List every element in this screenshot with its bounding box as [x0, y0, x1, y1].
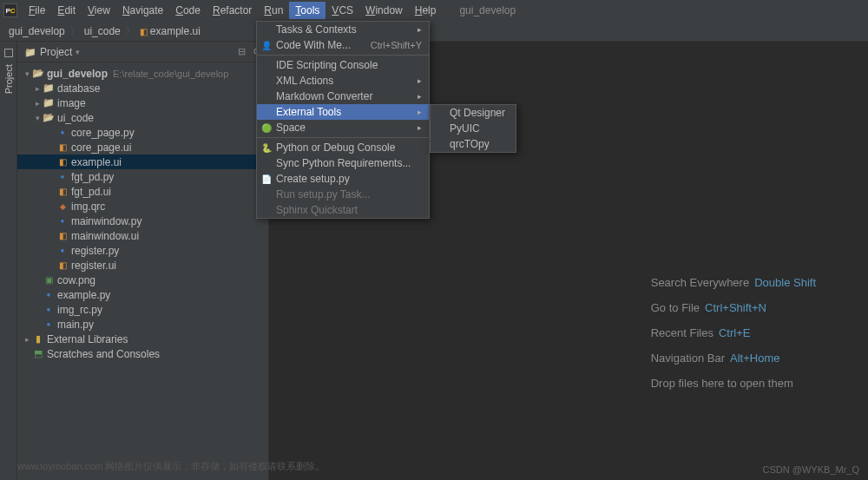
tree-item[interactable]: core_page.ui: [17, 140, 268, 155]
welcome-hint: Go to FileCtrl+Shift+N: [651, 301, 816, 314]
menu-item[interactable]: Tasks & Contexts▸: [257, 22, 429, 37]
chevron-down-icon[interactable]: ▾: [76, 48, 80, 56]
tree-item[interactable]: Scratches and Consoles: [17, 346, 268, 361]
menu-item: Sphinx Quickstart: [257, 202, 429, 218]
menubar: FileEditViewNavigateCodeRefactorRunTools…: [23, 2, 442, 19]
menu-item[interactable]: Markdown Converter▸: [257, 89, 429, 104]
tree-item[interactable]: mainwindow.ui: [17, 228, 268, 243]
breadcrumb-item[interactable]: example.ui: [138, 25, 202, 37]
menu-file[interactable]: File: [23, 2, 51, 19]
tree-item[interactable]: register.py: [17, 243, 268, 258]
watermark: CSDN @WYKB_Mr_Q: [763, 464, 859, 475]
tree-item[interactable]: mainwindow.py: [17, 214, 268, 228]
tree-item[interactable]: cow.png: [17, 273, 268, 287]
menu-item[interactable]: 👤Code With Me...Ctrl+Shift+Y: [257, 37, 429, 53]
menu-item[interactable]: 📄Create setup.py: [257, 171, 429, 187]
welcome-hint: Search EverywhereDouble Shift: [651, 276, 816, 289]
menu-help[interactable]: Help: [409, 2, 443, 19]
menu-tools[interactable]: Tools: [289, 2, 326, 19]
sidebar-tab-strip: Project: [0, 42, 17, 480]
menu-item[interactable]: External Tools▸: [257, 104, 429, 120]
project-name: gui_develop: [459, 4, 516, 16]
watermark2: www.toymoban.com 网络图片仅供展示，非存储，如有侵权请联系删除。: [17, 460, 325, 473]
tools-dropdown: Tasks & Contexts▸👤Code With Me...Ctrl+Sh…: [256, 21, 430, 219]
panel-title: Project: [40, 46, 72, 58]
project-icon: [24, 46, 36, 58]
tree-item[interactable]: main.py: [17, 317, 268, 332]
menu-vcs[interactable]: VCS: [326, 2, 359, 19]
tree-item[interactable]: example.py: [17, 287, 268, 302]
external-tools-submenu: Qt DesignerPyUICqrcTOpy: [430, 104, 516, 153]
chevron-right-icon: 〉: [67, 25, 82, 37]
menu-item[interactable]: IDE Scripting Console: [257, 57, 429, 73]
menu-item: Run setup.py Task...: [257, 187, 429, 202]
menu-item[interactable]: XML Actions▸: [257, 73, 429, 89]
breadcrumb-item[interactable]: gui_develop: [7, 25, 67, 37]
menu-refactor[interactable]: Refactor: [207, 2, 258, 19]
welcome-hints: Search EverywhereDouble ShiftGo to FileC…: [651, 276, 816, 390]
welcome-hint: Recent FilesCtrl+E: [651, 326, 816, 339]
collapse-icon[interactable]: ⊟: [238, 46, 246, 57]
panel-header: Project ▾ ⊟ ⚙: [17, 42, 268, 62]
tree-item[interactable]: fgt_pd.ui: [17, 184, 268, 199]
menu-item[interactable]: 🐍Python or Debug Console: [257, 140, 429, 155]
menu-item[interactable]: Sync Python Requirements...: [257, 155, 429, 171]
menu-separator: [257, 137, 429, 138]
tree-item[interactable]: ▸image: [17, 95, 268, 110]
project-tree: ▾gui_developE:\relate_code\gui_develop▸d…: [17, 62, 268, 480]
menu-run[interactable]: Run: [258, 2, 289, 19]
tree-item[interactable]: ▸External Libraries: [17, 332, 268, 346]
sidebar-tab-project[interactable]: Project: [3, 61, 14, 97]
tree-item[interactable]: example.ui: [17, 155, 268, 169]
tree-item[interactable]: core_page.py: [17, 125, 268, 140]
menu-view[interactable]: View: [82, 2, 116, 19]
chevron-right-icon: 〉: [122, 25, 138, 37]
tree-item[interactable]: ▾ui_code: [17, 110, 268, 125]
menu-code[interactable]: Code: [169, 2, 207, 19]
app-icon: PC: [3, 3, 17, 17]
tree-item[interactable]: img.qrc: [17, 199, 268, 214]
tree-item[interactable]: ▸database: [17, 81, 268, 95]
menu-item[interactable]: 🟢Space▸: [257, 120, 429, 135]
welcome-hint: Navigation BarAlt+Home: [651, 352, 816, 365]
tree-item[interactable]: img_rc.py: [17, 302, 268, 317]
tree-item[interactable]: fgt_pd.py: [17, 169, 268, 184]
breadcrumbs: gui_develop〉ui_code〉example.ui: [0, 21, 868, 42]
breadcrumb-item[interactable]: ui_code: [82, 25, 122, 37]
menu-edit[interactable]: Edit: [51, 2, 82, 19]
titlebar: PC FileEditViewNavigateCodeRefactorRunTo…: [0, 0, 868, 21]
menu-separator: [257, 55, 429, 56]
submenu-item[interactable]: qrcTOpy: [431, 136, 516, 152]
welcome-hint: Drop files here to open them: [651, 377, 816, 390]
project-panel: Project ▾ ⊟ ⚙ ▾gui_developE:\relate_code…: [17, 42, 269, 480]
project-tab-icon: [4, 49, 13, 57]
tree-item[interactable]: register.ui: [17, 258, 268, 273]
menu-navigate[interactable]: Navigate: [116, 2, 169, 19]
submenu-item[interactable]: PyUIC: [431, 121, 516, 136]
tree-item[interactable]: ▾gui_developE:\relate_code\gui_develop: [17, 66, 268, 81]
menu-window[interactable]: Window: [359, 2, 409, 19]
submenu-item[interactable]: Qt Designer: [431, 105, 516, 121]
